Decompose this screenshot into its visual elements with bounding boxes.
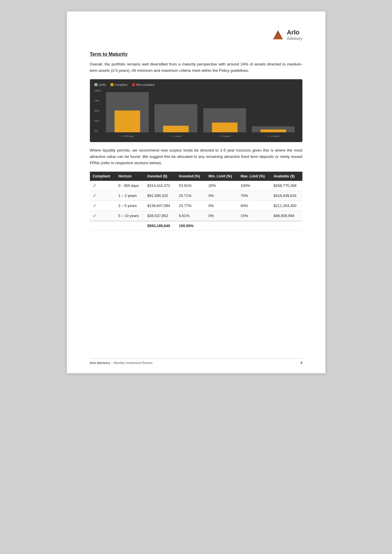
cell-min-limit-4: 0% [206, 211, 238, 221]
cell-invested-dollar-1: $314,410,372 [144, 181, 176, 191]
y-label-50: 50% [94, 109, 101, 112]
table-row: ✓ 0 - 365 days $314,410,372 53.91% 20% 1… [90, 181, 302, 191]
col-header-max-limit: Max. Limit (%) [238, 172, 271, 181]
cell-horizon-1: 0 - 365 days [115, 181, 144, 191]
y-label-75: 75% [94, 99, 101, 102]
cell-horizon-3: 2 – 5 years [115, 201, 144, 211]
cell-invested-pct-4: 6.61% [176, 211, 206, 221]
col-header-available: Available ($) [271, 172, 302, 181]
bar-label-3: 2 - 5 years [203, 135, 246, 137]
bar-compliant-4 [260, 129, 286, 132]
cell-horizon-2: 1 – 2 years [115, 191, 144, 201]
checkmark-3: ✓ [93, 203, 96, 208]
footer: Arlo Advisory – Monthly Investment Revie… [90, 359, 302, 365]
legend-compliant: Compliant [111, 83, 128, 86]
legend-noncompliant-label: Non-compliant [136, 83, 155, 86]
cell-invested-pct-1: 53.91% [176, 181, 206, 191]
total-invested-dollar: $583,185,640 [144, 221, 176, 230]
col-header-min-limit: Min. Limit (%) [206, 172, 238, 181]
legend-noncompliant: Non-compliant [132, 83, 155, 86]
legend-noncompliant-dot [132, 83, 135, 86]
cell-invested-dollar-4: $38,537,852 [144, 211, 176, 221]
total-empty-2 [115, 221, 144, 230]
maturity-table: Compliant Horizon Invested ($) Invested … [90, 172, 302, 230]
table-row: ✓ 2 – 5 years $138,647,084 23.77% 0% 60%… [90, 201, 302, 211]
logo-tagline: Advisory [287, 36, 302, 41]
footer-subtitle: – Monthly Investment Review [110, 361, 152, 365]
cell-invested-dollar-3: $138,647,084 [144, 201, 176, 211]
cell-available-3: $211,264,300 [271, 201, 302, 211]
footer-page: 8 [300, 361, 302, 365]
bar-group-1: 0 - 365 days [106, 92, 149, 132]
cell-horizon-4: 5 – 10 years [115, 211, 144, 221]
bar-group-3: 2 - 5 years [203, 92, 246, 132]
cell-invested-pct-3: 23.77% [176, 201, 206, 211]
section-title: Term to Maturity [90, 51, 302, 57]
cell-available-1: $268,775,268 [271, 181, 302, 191]
cell-min-limit-2: 0% [206, 191, 238, 201]
col-header-compliant: Compliant [90, 172, 115, 181]
y-label-100: 100% [94, 89, 101, 92]
cell-available-2: $316,639,616 [271, 191, 302, 201]
bar-group-4: 5 - 10 years [252, 92, 295, 132]
footer-left: Arlo Advisory – Monthly Investment Revie… [90, 361, 152, 365]
cell-max-limit-3: 60% [238, 201, 271, 211]
col-header-invested-dollar: Invested ($) [144, 172, 176, 181]
logo-area: Arlo Advisory [90, 29, 302, 41]
logo-container: Arlo Advisory [272, 29, 302, 41]
bar-group-2: 1 - 2 years [155, 92, 197, 132]
bar-compliant-1 [115, 111, 140, 132]
cell-max-limit-4: 15% [238, 211, 271, 221]
y-label-25: 25% [94, 119, 101, 122]
footer-brand: Arlo Advisory [90, 361, 111, 365]
y-label-0: 0% [94, 129, 101, 132]
page: Arlo Advisory Term to Maturity Overall, … [67, 11, 325, 373]
total-empty-4 [238, 221, 271, 230]
bar-label-2: 1 - 2 years [155, 135, 197, 137]
chart-container: Limits Compliant Non-compliant 0% 25% 50… [90, 79, 302, 142]
cell-invested-pct-2: 15.71% [176, 191, 206, 201]
checkmark-4: ✓ [93, 213, 96, 218]
cell-compliant-2: ✓ [90, 191, 115, 201]
checkmark-2: ✓ [93, 193, 96, 198]
bar-label-1: 0 - 365 days [106, 135, 149, 137]
total-empty-5 [271, 221, 302, 230]
table-row: ✓ 1 – 2 years $91,590,332 15.71% 0% 70% … [90, 191, 302, 201]
col-header-horizon: Horizon [115, 172, 144, 181]
total-empty-3 [206, 221, 238, 230]
cell-max-limit-2: 70% [238, 191, 271, 201]
cell-invested-dollar-2: $91,590,332 [144, 191, 176, 201]
bar-label-4: 5 - 10 years [252, 135, 295, 137]
legend-limits-dot [94, 83, 97, 86]
table-header: Compliant Horizon Invested ($) Invested … [90, 172, 302, 181]
recommendation-text: Where liquidity permits, we recommend ne… [90, 147, 302, 166]
bar-compliant-2 [163, 126, 189, 132]
cell-compliant-3: ✓ [90, 201, 115, 211]
legend-compliant-label: Compliant [115, 83, 128, 86]
total-empty-1 [90, 221, 115, 230]
total-invested-pct: 100.00% [176, 221, 206, 230]
legend-limits: Limits [94, 83, 106, 86]
col-header-invested-pct: Invested (%) [176, 172, 206, 181]
intro-text: Overall, the portfolio remains well dive… [90, 61, 302, 74]
arlo-logo-icon [272, 29, 284, 41]
bar-compliant-3 [212, 123, 237, 132]
logo-name: Arlo [287, 29, 302, 36]
cell-min-limit-3: 0% [206, 201, 238, 211]
chart-legend: Limits Compliant Non-compliant [94, 83, 298, 86]
legend-limits-label: Limits [99, 83, 106, 86]
cell-compliant-4: ✓ [90, 211, 115, 221]
cell-available-4: $48,939,994 [271, 211, 302, 221]
table-total-row: $583,185,640 100.00% [90, 221, 302, 230]
cell-min-limit-1: 20% [206, 181, 238, 191]
legend-compliant-dot [111, 83, 113, 86]
table-row: ✓ 5 – 10 years $38,537,852 6.61% 0% 15% … [90, 211, 302, 221]
table-body: ✓ 0 - 365 days $314,410,372 53.91% 20% 1… [90, 181, 302, 230]
logo-text: Arlo Advisory [287, 29, 302, 41]
cell-max-limit-1: 100% [238, 181, 271, 191]
checkmark-1: ✓ [93, 183, 96, 188]
cell-compliant-1: ✓ [90, 181, 115, 191]
